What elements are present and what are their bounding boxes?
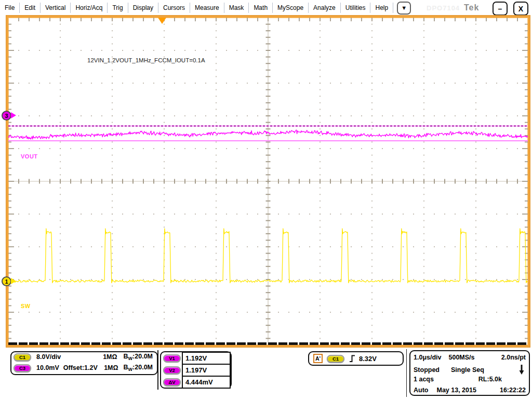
minimize-button[interactable]: – bbox=[493, 2, 508, 16]
waveform-display[interactable] bbox=[8, 18, 528, 345]
close-button[interactable]: X bbox=[513, 2, 528, 16]
statusbar-separator-left bbox=[157, 350, 158, 390]
acq-count-row: 1 acqs RL:5.0k bbox=[414, 376, 526, 383]
c3-offset: Offset:1.2V bbox=[63, 364, 98, 371]
c1-impedance: 1MΩ bbox=[103, 353, 117, 361]
menu-analyze[interactable]: Analyze bbox=[309, 3, 341, 13]
down-arrow-icon bbox=[518, 364, 525, 375]
acq-time: 16:22:22 bbox=[500, 387, 526, 394]
cursor-v2-value: 1.197V bbox=[182, 364, 231, 377]
trigger-level-value: 8.32V bbox=[359, 355, 377, 363]
c1-scale: 8.0V/div bbox=[36, 353, 61, 361]
acq-count: 1 acqs bbox=[414, 376, 434, 383]
record-length: RL:5.0k bbox=[478, 376, 502, 383]
menu-utilities[interactable]: Utilities bbox=[341, 3, 371, 13]
menu-display[interactable]: Display bbox=[128, 3, 158, 13]
menu-myscope[interactable]: MyScope bbox=[273, 3, 309, 13]
cursor-v2-badge[interactable]: V2 bbox=[163, 366, 181, 374]
acq-date: May 13, 2015 bbox=[436, 387, 476, 394]
menu-file[interactable]: File bbox=[0, 3, 20, 13]
model-watermark: DPO7104 bbox=[427, 4, 460, 12]
c3-scale: 10.0mV bbox=[36, 364, 59, 371]
menu-cursors[interactable]: Cursors bbox=[158, 3, 190, 13]
cursor-v1-value: 1.192V bbox=[182, 352, 231, 365]
acq-mode: Single Seq bbox=[451, 366, 484, 374]
ch3-reference-marker[interactable]: 3 bbox=[2, 111, 11, 121]
menu-vertical[interactable]: Vertical bbox=[41, 3, 71, 13]
menu-overflow-button[interactable]: ▼ bbox=[397, 2, 411, 15]
c1-readout-row: C1 8.0V/div 1MΩ BW:20.0M bbox=[14, 353, 154, 361]
acq-state: Stopped bbox=[414, 366, 440, 374]
trigger-mode: Auto bbox=[414, 387, 428, 394]
menu-help[interactable]: Help bbox=[370, 3, 393, 13]
trigger-source-badge[interactable]: C1 bbox=[327, 355, 344, 363]
ch3-marker-label: 3 bbox=[5, 113, 8, 119]
acq-datetime-row: Auto May 13, 2015 16:22:22 bbox=[414, 387, 526, 394]
acq-state-row: Stopped Single Seq bbox=[414, 364, 526, 375]
sample-period: 2.0ns/pt bbox=[501, 354, 526, 361]
menu-math[interactable]: Math bbox=[249, 3, 273, 13]
timebase-scale: 1.0μs/div bbox=[414, 354, 442, 361]
waveform-annotation: 12VIN_1.2VOUT_1MHz_FCCM_IOUT=0.1A bbox=[87, 57, 205, 63]
c3-readout-row: C3 10.0mV Offset:1.2V 1MΩ BW:20.0M bbox=[14, 364, 154, 372]
cursor-v1-badge[interactable]: V1 bbox=[163, 354, 181, 362]
ch1-marker-arrow-icon bbox=[11, 278, 16, 284]
menu-measure[interactable]: Measure bbox=[190, 3, 224, 13]
c1-channel-badge[interactable]: C1 bbox=[14, 353, 31, 361]
cursor-dv-value: 4.444mV bbox=[182, 376, 231, 389]
menu-horiz-acq[interactable]: Horiz/Acq bbox=[71, 3, 108, 13]
statusbar-separator-right bbox=[406, 349, 407, 397]
trigger-readout-box: A' C1 8.32V bbox=[308, 351, 404, 366]
c3-bandwidth: BW:20.0M bbox=[124, 364, 153, 372]
menu-trig[interactable]: Trig bbox=[108, 3, 128, 13]
tek-logo: Tek bbox=[464, 3, 479, 12]
rising-edge-slope-icon bbox=[348, 354, 356, 363]
c3-channel-badge[interactable]: C3 bbox=[14, 364, 31, 372]
menu-edit[interactable]: Edit bbox=[20, 3, 41, 13]
ch3-marker-arrow-icon bbox=[11, 112, 16, 118]
timebase-row: 1.0μs/div 500MS/s 2.0ns/pt bbox=[414, 354, 526, 361]
c1-bandwidth: BW:20.0M bbox=[124, 353, 153, 361]
ch1-marker-label: 1 bbox=[5, 278, 8, 285]
cursor-dv-badge[interactable]: ΔV bbox=[163, 378, 181, 386]
trigger-system-badge[interactable]: A' bbox=[313, 354, 323, 363]
menu-mask[interactable]: Mask bbox=[224, 3, 249, 13]
sw-trace-label: SW bbox=[21, 303, 31, 309]
ch1-reference-marker[interactable]: 1 bbox=[2, 276, 11, 286]
trigger-position-marker[interactable] bbox=[158, 18, 166, 24]
sample-rate: 500MS/s bbox=[449, 354, 475, 361]
vout-trace-label: VOUT bbox=[21, 153, 38, 159]
c3-impedance: 1MΩ bbox=[104, 364, 118, 371]
